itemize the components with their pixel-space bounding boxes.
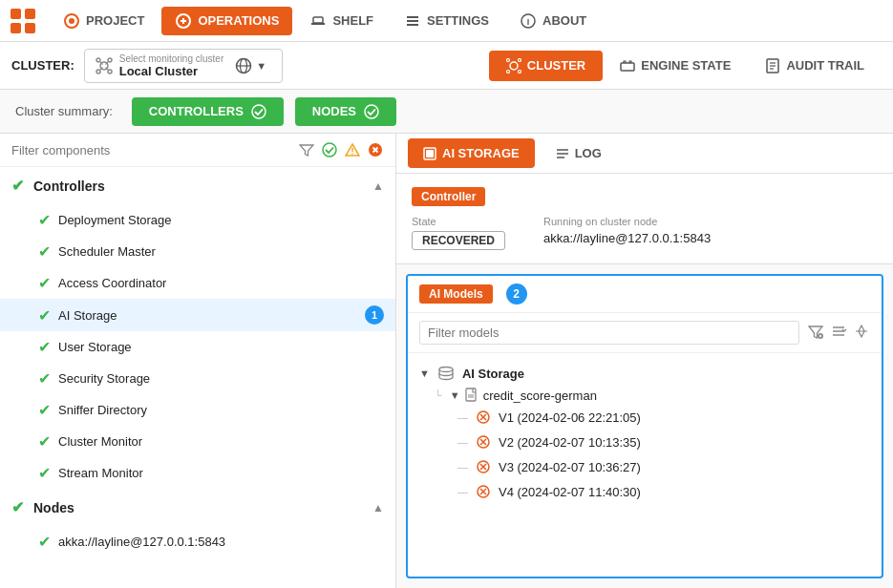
list-item[interactable]: — V3 (2024-02-07 10:36:27) bbox=[408, 454, 882, 479]
svg-text:i: i bbox=[527, 17, 530, 27]
item-status-icon: ✔ bbox=[38, 242, 51, 261]
ai-tree: ▼ AI Storage └ ▼ bbox=[408, 353, 882, 577]
controllers-button[interactable]: CONTROLLERS bbox=[132, 97, 284, 126]
info-icon: i bbox=[520, 12, 537, 30]
svg-rect-9 bbox=[407, 16, 418, 18]
svg-rect-10 bbox=[407, 20, 418, 22]
svg-rect-11 bbox=[407, 24, 418, 26]
svg-point-15 bbox=[96, 58, 100, 62]
item-status-icon: ✔ bbox=[38, 464, 51, 482]
tab-engine-state[interactable]: ENGINE STATE bbox=[603, 51, 748, 81]
svg-point-17 bbox=[96, 70, 100, 74]
list-item[interactable]: ✔ User Storage bbox=[0, 331, 395, 363]
svg-point-37 bbox=[365, 105, 378, 118]
version-icon bbox=[476, 459, 491, 474]
filter-check-icon[interactable] bbox=[321, 141, 338, 158]
ai-filter-input[interactable] bbox=[419, 321, 799, 345]
svg-rect-1 bbox=[25, 9, 35, 19]
item-status-icon: ✔ bbox=[38, 338, 51, 356]
ai-tree-root[interactable]: ▼ AI Storage bbox=[408, 359, 882, 388]
cluster-bar: CLUSTER: Select monitoring cluster Local… bbox=[0, 42, 893, 90]
versions-list: — V1 (2024-02-06 22:21:05) — V bbox=[408, 405, 882, 504]
nav-shelf[interactable]: SHELF bbox=[296, 7, 387, 35]
list-item[interactable]: — V2 (2024-02-07 10:13:35) bbox=[408, 430, 882, 454]
list-item[interactable]: ✔ Sniffer Directory bbox=[0, 394, 395, 426]
node-status-icon: ✔ bbox=[38, 533, 51, 551]
dropdown-arrow: ▼ bbox=[256, 60, 266, 72]
controller-fields: State RECOVERED Running on cluster node … bbox=[412, 216, 878, 250]
tree-section: ✔ Controllers ▲ ✔ Deployment Storage ✔ S… bbox=[0, 167, 395, 588]
settings-icon bbox=[404, 12, 421, 30]
project-icon bbox=[63, 12, 80, 30]
svg-point-26 bbox=[510, 62, 518, 70]
tab-cluster[interactable]: CLUSTER bbox=[489, 51, 603, 81]
item-status-icon: ✔ bbox=[38, 432, 51, 451]
controllers-check-icon bbox=[251, 104, 266, 119]
controllers-chevron: ▲ bbox=[372, 179, 384, 193]
svg-rect-2 bbox=[11, 23, 21, 33]
list-item[interactable]: — V1 (2024-02-06 22:21:05) bbox=[408, 405, 882, 430]
cluster-tab-icon bbox=[506, 58, 521, 74]
nav-project[interactable]: PROJECT bbox=[50, 7, 158, 35]
list-item-ai-storage[interactable]: ✔ AI Storage 1 bbox=[0, 299, 395, 331]
list-item[interactable]: ✔ Access Coordinator bbox=[0, 267, 395, 299]
node-text: akka://layline@127.0.0.1:5843 bbox=[543, 231, 711, 245]
item-status-icon: ✔ bbox=[38, 274, 51, 292]
state-badge: RECOVERED bbox=[412, 231, 505, 250]
item-status-icon: ✔ bbox=[38, 369, 51, 388]
nodes-section-header[interactable]: ✔ Nodes ▲ bbox=[0, 489, 395, 526]
nav-settings[interactable]: SETTINGS bbox=[391, 7, 502, 35]
top-navigation: PROJECT OPERATIONS SHELF SETTING bbox=[0, 0, 893, 42]
svg-point-28 bbox=[518, 58, 521, 61]
operations-icon bbox=[175, 12, 192, 30]
svg-point-36 bbox=[252, 105, 266, 118]
list-item[interactable]: ✔ akka://layline@127.0.0.1:5843 bbox=[0, 526, 395, 557]
list-item[interactable]: ✔ Security Storage bbox=[0, 363, 395, 394]
controller-tag: Controller bbox=[412, 187, 485, 206]
svg-point-29 bbox=[506, 70, 509, 73]
nodes-button[interactable]: NODES bbox=[295, 97, 396, 126]
filter-funnel-icon[interactable] bbox=[298, 141, 315, 158]
ai-tree-child-row[interactable]: └ ▼ credit_score-german bbox=[408, 388, 882, 405]
main-content: ✔ Controllers ▲ ✔ Deployment Storage ✔ S… bbox=[0, 134, 893, 588]
controllers-list: ✔ Deployment Storage ✔ Scheduler Master … bbox=[0, 204, 395, 489]
filter-warning-icon[interactable] bbox=[344, 141, 361, 158]
list-item[interactable]: ✔ Cluster Monitor bbox=[0, 426, 395, 457]
sort-icon[interactable] bbox=[830, 323, 847, 343]
root-chevron[interactable]: ▼ bbox=[419, 368, 430, 379]
expand-icon[interactable] bbox=[853, 323, 870, 343]
nodes-list: ✔ akka://layline@127.0.0.1:5843 bbox=[0, 526, 395, 557]
svg-point-55 bbox=[439, 368, 453, 372]
tab-log[interactable]: LOG bbox=[542, 140, 615, 166]
summary-label: Cluster summary: bbox=[15, 104, 113, 118]
filter-bar bbox=[0, 134, 395, 167]
list-item[interactable]: ✔ Deployment Storage bbox=[0, 204, 395, 236]
ai-storage-tab-icon bbox=[423, 147, 436, 160]
tab-audit-trail[interactable]: AUDIT TRAIL bbox=[748, 51, 882, 81]
list-item[interactable]: ✔ Scheduler Master bbox=[0, 236, 395, 267]
nav-operations[interactable]: OPERATIONS bbox=[161, 7, 292, 35]
cluster-selector[interactable]: Select monitoring cluster Local Cluster … bbox=[84, 49, 283, 83]
tab-ai-storage[interactable]: AI STORAGE bbox=[408, 138, 535, 168]
ai-models-badge: 2 bbox=[506, 284, 527, 304]
engine-state-icon bbox=[620, 58, 635, 74]
globe-button[interactable]: ▼ bbox=[229, 53, 272, 78]
svg-rect-3 bbox=[25, 23, 35, 33]
node-field: Running on cluster node akka://layline@1… bbox=[543, 216, 711, 250]
svg-point-38 bbox=[323, 143, 336, 157]
ai-storage-badge: 1 bbox=[365, 305, 384, 325]
filter-error-icon[interactable] bbox=[367, 141, 384, 158]
version-icon bbox=[476, 484, 491, 499]
nav-about[interactable]: i ABOUT bbox=[506, 7, 600, 35]
ai-models-tag: AI Models bbox=[419, 284, 493, 304]
ai-models-panel: AI Models 2 bbox=[406, 274, 883, 578]
filter-icons bbox=[298, 141, 384, 158]
list-item[interactable]: — V4 (2024-02-07 11:40:30) bbox=[408, 479, 882, 504]
ai-filter-funnel-icon[interactable] bbox=[807, 323, 824, 343]
list-item[interactable]: ✔ Stream Monitor bbox=[0, 457, 395, 489]
controllers-section-header[interactable]: ✔ Controllers ▲ bbox=[0, 167, 395, 204]
child-chevron[interactable]: ▼ bbox=[450, 389, 460, 401]
ai-models-header: AI Models 2 bbox=[408, 276, 882, 313]
filter-input[interactable] bbox=[11, 143, 290, 158]
right-tabs: AI STORAGE LOG bbox=[396, 134, 893, 174]
